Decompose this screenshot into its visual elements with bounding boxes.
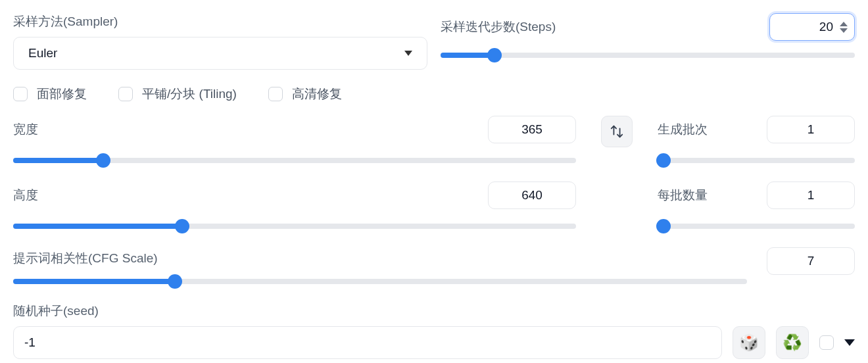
- cfg-label: 提示词相关性(CFG Scale): [13, 250, 747, 267]
- reuse-seed-button[interactable]: ♻️: [776, 326, 809, 359]
- random-seed-button[interactable]: 🎲: [733, 326, 765, 359]
- width-slider[interactable]: [13, 153, 576, 168]
- stepper-down-icon[interactable]: [840, 28, 848, 33]
- batch-size-label: 每批数量: [658, 187, 708, 204]
- face-restore-label: 面部修复: [37, 85, 87, 103]
- width-input[interactable]: 365: [488, 116, 576, 143]
- width-value: 365: [521, 122, 542, 137]
- chevron-down-icon: [404, 51, 412, 56]
- hires-fix-checkbox[interactable]: 高清修复: [268, 85, 342, 103]
- seed-input[interactable]: -1: [13, 326, 722, 359]
- steps-label: 采样迭代步数(Steps): [441, 18, 556, 36]
- tiling-checkbox[interactable]: 平铺/分块 (Tiling): [118, 85, 237, 103]
- batch-count-label: 生成批次: [658, 121, 708, 138]
- recycle-icon: ♻️: [783, 333, 802, 352]
- seed-value: -1: [24, 335, 36, 350]
- steps-value: 20: [819, 20, 833, 34]
- width-label: 宽度: [13, 121, 38, 138]
- batch-size-slider[interactable]: [658, 218, 855, 234]
- batch-count-input[interactable]: 1: [767, 116, 855, 143]
- height-input[interactable]: 640: [488, 182, 576, 209]
- batch-size-value: 1: [808, 188, 815, 203]
- hires-fix-label: 高清修复: [292, 85, 342, 103]
- face-restore-checkbox[interactable]: 面部修复: [13, 85, 87, 103]
- cfg-slider[interactable]: [13, 274, 747, 289]
- sampler-value: Euler: [28, 46, 57, 60]
- cfg-input[interactable]: 7: [767, 247, 855, 275]
- swap-dimensions-button[interactable]: [601, 116, 633, 147]
- steps-slider[interactable]: [441, 47, 855, 63]
- steps-stepper[interactable]: [840, 22, 848, 33]
- sampler-label: 采样方法(Sampler): [13, 13, 427, 30]
- seed-label: 随机种子(seed): [13, 302, 855, 320]
- dice-icon: 🎲: [739, 333, 759, 352]
- extra-seed-checkbox[interactable]: [819, 335, 834, 350]
- checkbox-icon: [268, 87, 283, 101]
- height-slider[interactable]: [13, 218, 576, 234]
- height-value: 640: [521, 188, 542, 203]
- height-label: 高度: [13, 187, 38, 204]
- tiling-label: 平铺/分块 (Tiling): [142, 85, 237, 103]
- checkbox-icon: [118, 87, 133, 101]
- expand-extra-seed-icon[interactable]: [844, 339, 855, 346]
- checkbox-icon: [13, 87, 28, 101]
- batch-count-value: 1: [808, 122, 815, 137]
- stepper-up-icon[interactable]: [840, 22, 848, 26]
- batch-count-slider[interactable]: [658, 153, 855, 168]
- cfg-value: 7: [808, 254, 815, 268]
- sampler-select[interactable]: Euler: [13, 37, 427, 70]
- batch-size-input[interactable]: 1: [767, 182, 855, 209]
- steps-input[interactable]: 20: [769, 13, 855, 41]
- swap-icon: [610, 124, 624, 139]
